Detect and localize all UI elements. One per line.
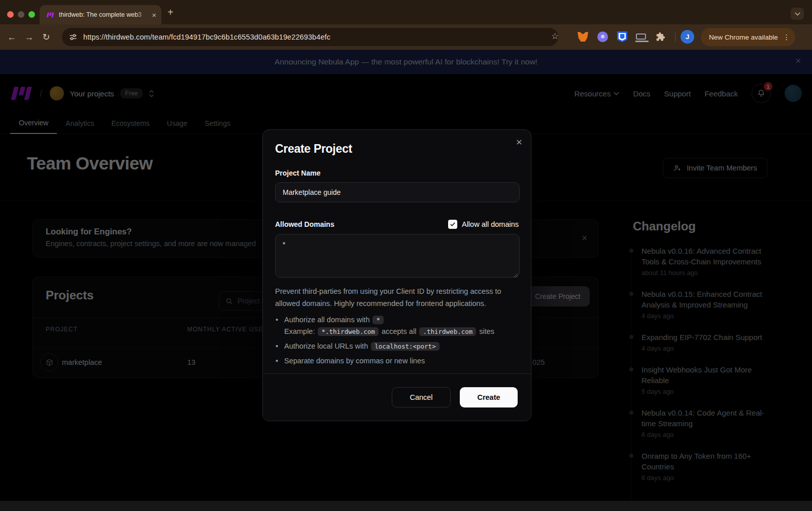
code-chip: *.thirdweb.com [318, 327, 378, 336]
browser-menu-icon[interactable]: ⋮ [783, 33, 790, 41]
browser-profile-avatar[interactable]: J [681, 30, 694, 44]
back-button[interactable]: ← [3, 32, 20, 43]
thirdweb-favicon-icon [46, 12, 54, 18]
code-chip: .thirdweb.com [419, 327, 476, 336]
screen-share-extension-icon[interactable] [636, 33, 646, 40]
tab-title: thirdweb: The complete web3 [59, 11, 149, 18]
code-chip: * [373, 316, 384, 324]
modal-footer: Cancel Create [263, 373, 531, 421]
allowed-domains-label: Allowed Domains [275, 220, 334, 228]
domains-tips-list: Authorize all domains with * Example: *.… [275, 314, 519, 367]
chrome-update-button[interactable]: New Chrome available ⋮ [701, 28, 795, 46]
toolbar-divider [675, 32, 675, 42]
tab-close-icon[interactable]: × [152, 11, 156, 19]
cancel-button[interactable]: Cancel [392, 387, 451, 407]
allow-all-domains-toggle[interactable]: Allow all domains [448, 220, 519, 229]
create-button[interactable]: Create [460, 387, 518, 407]
new-tab-button[interactable]: + [167, 7, 174, 17]
allowed-domains-field: * [275, 234, 520, 278]
resize-handle-icon[interactable] [513, 270, 518, 276]
checkbox-checked-icon[interactable] [448, 220, 457, 229]
macos-minimize-button[interactable] [18, 11, 24, 18]
code-chip: localhost:<port> [371, 342, 439, 351]
address-bar[interactable]: https://thirdweb.com/team/fcd194917bc9c6… [62, 28, 558, 46]
tip-all-domains: Authorize all domains with * Example: *.… [275, 314, 519, 337]
bookmark-star-icon[interactable]: ☆ [551, 31, 559, 42]
create-project-modal: × Create Project Project Name Allowed Do… [262, 129, 531, 421]
tip-local-urls: Authorize local URLs with localhost:<por… [275, 340, 519, 352]
macos-close-button[interactable] [7, 11, 14, 18]
browser-toolbar: ← → ↻ https://thirdweb.com/team/fcd19491… [0, 24, 812, 50]
site-info-icon[interactable] [69, 33, 77, 41]
modal-title: Create Project [275, 142, 519, 156]
allowed-domains-textarea[interactable]: * [276, 234, 519, 277]
browser-tabstrip: thirdweb: The complete web3 × + [0, 0, 812, 24]
reload-button[interactable]: ↻ [38, 31, 55, 43]
bitwarden-extension-icon[interactable] [617, 31, 627, 42]
tab-search-button[interactable] [791, 8, 804, 20]
extensions-puzzle-icon[interactable] [656, 32, 665, 44]
domains-help-text: Prevent third-parties from using your Cl… [275, 285, 520, 310]
metamask-extension-icon[interactable] [578, 32, 588, 42]
tip-separators: Separate domains by commas or new lines [275, 355, 519, 367]
browser-tab[interactable]: thirdweb: The complete web3 × [40, 5, 161, 24]
macos-zoom-button[interactable] [28, 11, 35, 18]
tab-title-fade [136, 11, 149, 18]
modal-close-icon[interactable]: × [516, 136, 522, 148]
allow-all-domains-label: Allow all domains [462, 220, 519, 228]
project-name-input[interactable] [275, 182, 520, 202]
project-name-label: Project Name [275, 169, 519, 177]
chevron-down-icon [795, 12, 800, 16]
wallet-extension-icon[interactable]: ❄ [597, 31, 608, 42]
forward-button[interactable]: → [20, 32, 38, 43]
url-text: https://thirdweb.com/team/fcd194917bc9c6… [83, 33, 330, 41]
screen: thirdweb: The complete web3 × + ← → ↻ ht… [0, 0, 812, 511]
